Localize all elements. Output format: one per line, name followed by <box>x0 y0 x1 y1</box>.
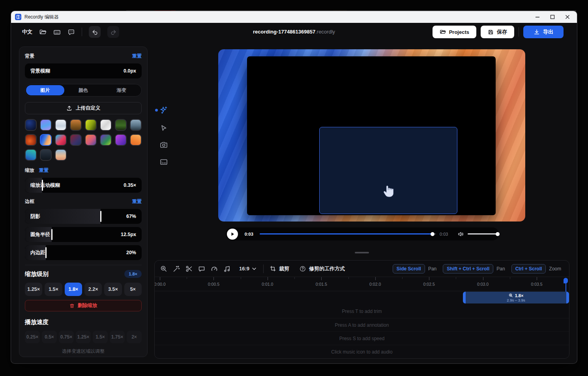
speed-option-0.75×[interactable]: 0.75× <box>59 331 74 343</box>
panel-resize-handle[interactable] <box>355 252 369 253</box>
speed-options: 0.25×0.5×0.75×1.25×1.5×1.75×2× <box>25 331 142 343</box>
progress-thumb[interactable] <box>431 232 434 236</box>
minimize-button[interactable] <box>535 15 540 19</box>
camera-tool[interactable] <box>159 141 168 149</box>
corner-radius-slider[interactable]: 圆角半径12.5px <box>25 227 142 242</box>
zoom-target-region[interactable] <box>319 127 457 214</box>
speed-option-1.5×[interactable]: 1.5× <box>93 331 108 343</box>
volume-slider[interactable] <box>468 233 499 235</box>
zoom-region-left-handle[interactable] <box>463 292 466 303</box>
speed-button[interactable] <box>211 265 218 272</box>
settings-panel: 背景 重置 背景模糊0.0px 图片颜色渐变 上传自定义 缩放 重置 缩放运动模… <box>19 47 148 357</box>
speed-option-0.25×[interactable]: 0.25× <box>25 331 40 343</box>
bg-thumbnail-teal-rays[interactable] <box>25 149 37 161</box>
shadow-value: 67% <box>126 214 136 219</box>
bg-thumbnail-snow-mountain[interactable] <box>55 119 67 131</box>
bg-thumbnail-crimson-dusk[interactable] <box>70 134 82 146</box>
bg-thumbnail-white-ripple[interactable] <box>100 119 112 131</box>
magic-wand-button[interactable] <box>173 265 180 272</box>
progress-slider[interactable] <box>260 233 436 235</box>
shadow-slider[interactable]: 阴影67% <box>25 209 142 224</box>
maximize-button[interactable] <box>550 15 555 19</box>
frame-reset-link[interactable]: 重置 <box>132 198 142 205</box>
corner-radius-thumb[interactable] <box>51 229 52 240</box>
background-tab-图片[interactable]: 图片 <box>26 85 64 95</box>
ruler-tick-label: 0:02.0 <box>369 282 381 287</box>
zoom-level-option-1.5×[interactable]: 1.5× <box>45 283 62 296</box>
volume-icon[interactable] <box>458 231 464 237</box>
padding-slider[interactable]: 内边距20% <box>25 245 142 260</box>
trim-help-button[interactable]: 修剪的工作方式 <box>300 265 345 272</box>
bg-thumbnail-aurora[interactable] <box>100 134 112 146</box>
bg-thumbnail-mountain-lake[interactable] <box>130 119 142 131</box>
zoom-reset-link[interactable]: 重置 <box>39 167 49 174</box>
trash-icon <box>69 303 75 309</box>
bg-thumbnail-big-sur-wave[interactable] <box>55 134 67 146</box>
bg-thumbnail-lime-abstract[interactable] <box>85 119 97 131</box>
close-button[interactable] <box>565 15 570 19</box>
bg-thumbnail-ember-bloom[interactable] <box>25 134 37 146</box>
bg-thumbnail-green-foliage[interactable] <box>115 119 127 131</box>
timeline-ruler[interactable]: 0:00.00:00.50:01.00:01.50:02.00:02.50:03… <box>155 277 569 291</box>
zoom-motion-blur-value: 0.35× <box>124 182 136 188</box>
padding-thumb[interactable] <box>45 247 47 258</box>
zoom-region-right-handle[interactable] <box>566 292 569 303</box>
crop-button[interactable]: 裁剪 <box>270 265 289 272</box>
app-logo-icon <box>15 14 21 20</box>
shadow-thumb[interactable] <box>100 211 101 222</box>
bg-thumbnail-night-ridge[interactable] <box>40 149 52 161</box>
save-button[interactable]: 保存 <box>481 26 514 38</box>
bg-thumbnail-dark-blue-abstract[interactable] <box>25 119 37 131</box>
zoom-level-option-2.2×[interactable]: 2.2× <box>84 283 102 296</box>
speed-option-2×[interactable]: 2× <box>127 331 142 343</box>
playhead[interactable] <box>564 278 568 283</box>
download-icon <box>534 29 540 35</box>
ruler-minor-tick <box>187 277 187 279</box>
play-icon <box>230 232 235 236</box>
timeline-lanes[interactable]: Press T to add trimPress A to add annota… <box>155 305 569 357</box>
upload-custom-button[interactable]: 上传自定义 <box>25 102 142 114</box>
timeline-hint: Press A to add annotation <box>155 318 569 331</box>
zoom-level-option-1.25×[interactable]: 1.25× <box>25 283 42 296</box>
timeline-zoom-region[interactable]: 1.8× 2.9s – 3.9s <box>463 292 569 303</box>
delete-zoom-button[interactable]: 删除缩放 <box>25 300 142 311</box>
play-button[interactable] <box>227 229 238 240</box>
crop-icon <box>270 266 276 272</box>
aspect-ratio-dropdown[interactable]: 16:9 <box>239 266 256 272</box>
projects-button[interactable]: Projects <box>433 26 476 38</box>
ruler-tick <box>429 277 429 280</box>
volume-thumb[interactable] <box>496 232 500 236</box>
bg-thumbnail-violet-gradient[interactable] <box>115 134 127 146</box>
annotation-button[interactable] <box>198 265 205 272</box>
speed-option-1.75×[interactable]: 1.75× <box>110 331 125 343</box>
zoom-level-option-5×[interactable]: 5× <box>124 283 142 296</box>
timeline-toolbar: 16:9 裁剪 修剪的工作方式 Side ScrollPanShift + Ct… <box>155 261 569 277</box>
zoom-level-option-1.8×[interactable]: 1.8× <box>65 283 82 296</box>
cut-button[interactable] <box>185 265 193 272</box>
zoom-level-option-3.5×[interactable]: 3.5× <box>104 283 122 296</box>
zoom-motion-blur-slider[interactable]: 缩放运动模糊0.35× <box>25 178 142 193</box>
add-zoom-button[interactable] <box>160 265 167 272</box>
music-button[interactable] <box>223 265 230 272</box>
toolbar-separator <box>519 27 519 37</box>
video-preview[interactable] <box>218 49 525 222</box>
ruler-tick <box>321 277 322 280</box>
export-button[interactable]: 导出 <box>523 26 564 38</box>
speed-option-1.25×[interactable]: 1.25× <box>76 331 91 343</box>
bg-thumbnail-amber-rays[interactable] <box>130 134 142 146</box>
cursor-tool[interactable] <box>159 124 168 132</box>
bg-thumbnail-sunset-violet[interactable] <box>85 134 97 146</box>
background-blur-slider[interactable]: 背景模糊0.0px <box>25 63 142 78</box>
bg-thumbnail-sequoia-dawn[interactable] <box>40 134 52 146</box>
background-tab-颜色[interactable]: 颜色 <box>64 85 103 95</box>
speed-option-0.5×[interactable]: 0.5× <box>42 331 57 343</box>
bg-thumbnail-purple-haze[interactable] <box>40 119 52 131</box>
bg-thumbnail-pastel-clouds[interactable] <box>55 149 67 161</box>
background-tab-渐变[interactable]: 渐变 <box>102 85 140 95</box>
bg-thumbnail-autumn-forest[interactable] <box>70 119 82 131</box>
captions-tool[interactable] <box>159 158 168 166</box>
background-reset-link[interactable]: 重置 <box>132 53 142 60</box>
ruler-tick <box>213 277 214 280</box>
ruler-tick-label: 0:01.5 <box>316 282 327 287</box>
effects-sparkles-tool[interactable] <box>159 106 168 114</box>
